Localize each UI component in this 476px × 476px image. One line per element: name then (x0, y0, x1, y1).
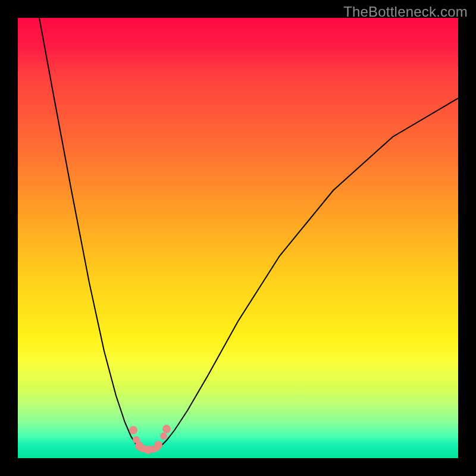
watermark-text: TheBottleneck.com (343, 4, 468, 20)
curve-right-branch (156, 98, 458, 449)
valley-dots (129, 425, 171, 454)
valley-dot (154, 441, 162, 449)
chart-svg (18, 18, 458, 458)
valley-dot (160, 433, 167, 440)
valley-dot (129, 426, 137, 434)
chart-plot-area (18, 18, 458, 458)
curve-left-branch (39, 18, 143, 449)
valley-dot (162, 425, 171, 433)
